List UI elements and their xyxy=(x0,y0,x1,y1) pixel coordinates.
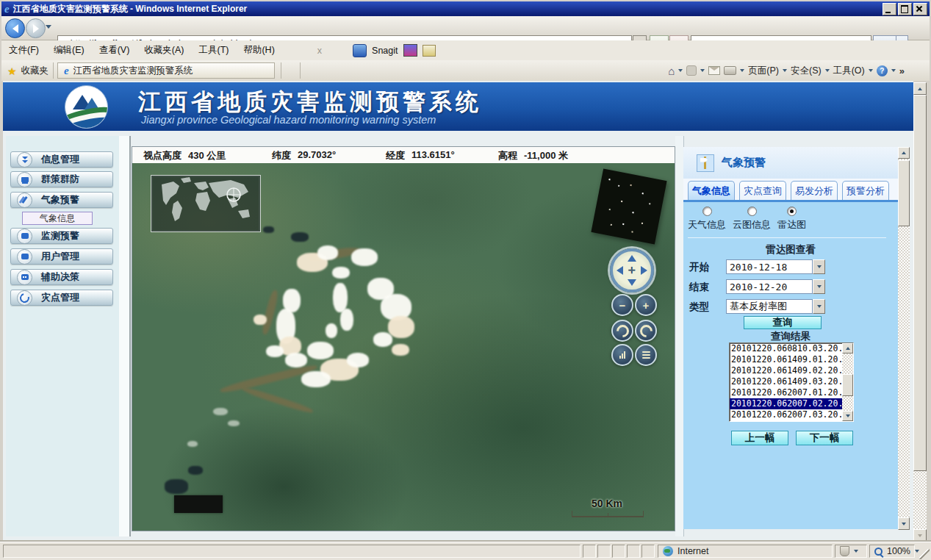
forward-icon xyxy=(33,24,39,33)
home-icon[interactable]: ⌂ xyxy=(668,65,675,77)
end-date-dropdown[interactable] xyxy=(813,279,825,294)
previous-image-button[interactable]: 上一幅 xyxy=(731,431,788,445)
back-button[interactable] xyxy=(5,18,25,38)
list-scroll-thumb[interactable] xyxy=(842,374,853,396)
pan-down-icon[interactable] xyxy=(628,279,636,286)
rotate-cw-button[interactable] xyxy=(635,320,657,342)
mail-icon[interactable] xyxy=(708,66,720,75)
page-menu[interactable]: 页面(P) xyxy=(748,65,779,77)
sidebar-item-monitoring-warning[interactable]: 监测预警 xyxy=(10,228,113,244)
result-item[interactable]: 20101220.062007.01.20. xyxy=(730,387,853,398)
snagit-editor-icon[interactable] xyxy=(423,45,436,57)
resize-grip[interactable] xyxy=(919,549,930,559)
tab-hazard-query[interactable]: 灾点查询 xyxy=(739,181,786,200)
snagit-icon[interactable] xyxy=(353,44,367,57)
pan-compass-control[interactable]: ✛ xyxy=(610,248,654,292)
type-select[interactable]: 基本反射率图 xyxy=(726,299,813,314)
toolbar-close-icon[interactable]: x xyxy=(317,46,322,56)
tilt-down-button[interactable] xyxy=(635,344,657,366)
bars-flat-icon xyxy=(642,351,650,359)
minimize-button[interactable] xyxy=(883,3,896,15)
tab-weather-info[interactable]: 气象信息 xyxy=(688,181,735,200)
rotate-ccw-button[interactable] xyxy=(611,320,633,342)
forward-button[interactable] xyxy=(26,18,46,38)
result-item[interactable]: 20101220.062007.02.20. xyxy=(730,398,853,409)
start-date-select[interactable]: 2010-12-18 xyxy=(726,259,813,274)
tilt-up-button[interactable] xyxy=(611,344,633,366)
tools-menu[interactable]: 工具(O) xyxy=(833,65,865,77)
radio-button[interactable] xyxy=(747,207,757,216)
zoom-cell[interactable]: 100% xyxy=(869,545,915,558)
history-dropdown[interactable] xyxy=(46,25,51,29)
favorites-star-icon[interactable]: ★ xyxy=(7,65,17,77)
pan-up-icon[interactable] xyxy=(628,255,636,262)
result-item[interactable]: 20101220.061409.01.20. xyxy=(730,354,853,365)
result-item[interactable]: 20101220.061409.02.20. xyxy=(730,365,853,376)
menu-favorites[interactable]: 收藏夹(A) xyxy=(137,41,191,60)
close-button[interactable] xyxy=(913,3,927,15)
results-listbox[interactable]: 20101220.060810.03.20. 20101220.061409.0… xyxy=(729,342,854,422)
help-icon[interactable]: ? xyxy=(877,65,888,76)
page-scroll-up[interactable] xyxy=(913,82,927,95)
radio-radar-image[interactable]: 雷达图 xyxy=(777,207,806,231)
overflow-chevron[interactable]: » xyxy=(899,65,905,76)
list-scrollbar[interactable] xyxy=(842,343,853,421)
radar-echo-blob xyxy=(254,315,267,325)
tab-susceptibility-analysis[interactable]: 易发分析 xyxy=(791,181,838,200)
page-scroll-thumb[interactable] xyxy=(913,95,927,471)
query-button[interactable]: 查询 xyxy=(744,316,822,329)
list-scroll-up[interactable] xyxy=(842,343,853,353)
satellite-map[interactable]: ✛ − + 50 Km xyxy=(132,163,675,531)
zoom-out-button[interactable]: − xyxy=(611,294,633,316)
overview-world-map[interactable] xyxy=(151,175,261,232)
sidebar-item-user-management[interactable]: 用户管理 xyxy=(10,248,113,265)
elevation-value: -11,000 米 xyxy=(524,149,568,162)
list-scroll-down[interactable] xyxy=(842,411,853,421)
tab-warning-analysis[interactable]: 预警分析 xyxy=(842,181,889,200)
zoom-in-button[interactable]: + xyxy=(635,294,657,316)
feeds-icon[interactable] xyxy=(686,65,697,76)
vscroll-down[interactable] xyxy=(898,517,910,530)
radio-cloud-image[interactable]: 云图信息 xyxy=(733,207,771,231)
site-banner: 江西省地质灾害监测预警系统 Jiangxi province Geologica… xyxy=(3,82,913,131)
radio-button[interactable] xyxy=(787,207,797,216)
result-item[interactable]: 20101220.062007.03.20. xyxy=(730,409,853,420)
result-item[interactable]: 20101220.061409.03.20. xyxy=(730,376,853,387)
next-image-button[interactable]: 下一幅 xyxy=(796,431,853,445)
sidebar-subitem-weather-info[interactable]: 气象信息 xyxy=(22,212,93,225)
menu-edit[interactable]: 编辑(E) xyxy=(46,41,92,60)
radar-echo-blob xyxy=(326,323,337,338)
pan-right-icon[interactable] xyxy=(641,266,647,275)
vscroll-up[interactable] xyxy=(898,147,910,159)
sidebar-item-info-management[interactable]: 信息管理 xyxy=(10,151,113,168)
sidebar-item-hazard-point-management[interactable]: 灾点管理 xyxy=(10,290,113,306)
snagit-label[interactable]: Snagit xyxy=(372,46,398,56)
menu-view[interactable]: 查看(V) xyxy=(92,41,137,60)
panel-vertical-scrollbar[interactable] xyxy=(898,147,910,530)
menu-tools[interactable]: 工具(T) xyxy=(191,41,236,60)
latitude-label: 纬度 xyxy=(272,149,291,162)
sidebar-splitter[interactable] xyxy=(129,136,131,536)
safety-menu[interactable]: 安全(S) xyxy=(791,65,822,77)
pan-left-icon[interactable] xyxy=(617,266,623,275)
start-date-dropdown[interactable] xyxy=(813,259,825,274)
page-scrollbar[interactable] xyxy=(913,82,927,542)
menu-file[interactable]: 文件(F) xyxy=(1,41,46,60)
print-icon[interactable] xyxy=(724,66,736,75)
protected-mode-cell[interactable] xyxy=(835,545,867,558)
radio-button[interactable] xyxy=(702,207,712,216)
favorites-label[interactable]: 收藏夹 xyxy=(21,65,49,77)
snagit-capture-icon[interactable] xyxy=(403,44,417,57)
sidebar-item-decision-support[interactable]: 辅助决策 xyxy=(10,269,113,285)
sidebar-item-weather-warning[interactable]: 气象预警 xyxy=(10,192,113,208)
vscroll-thumb[interactable] xyxy=(898,160,910,226)
type-dropdown[interactable] xyxy=(813,299,825,314)
radio-weather-info[interactable]: 天气信息 xyxy=(688,207,726,231)
sidebar-item-mass-monitoring[interactable]: 群策群防 xyxy=(10,171,113,187)
maximize-button[interactable] xyxy=(898,3,912,15)
menu-help[interactable]: 帮助(H) xyxy=(236,41,281,60)
page-tab[interactable]: e 江西省地质灾害监测预警系统 xyxy=(57,62,275,79)
result-item[interactable]: 20101220.060810.03.20. xyxy=(730,343,853,354)
page-scroll-down[interactable] xyxy=(913,529,927,542)
end-date-select[interactable]: 2010-12-20 xyxy=(726,279,813,294)
